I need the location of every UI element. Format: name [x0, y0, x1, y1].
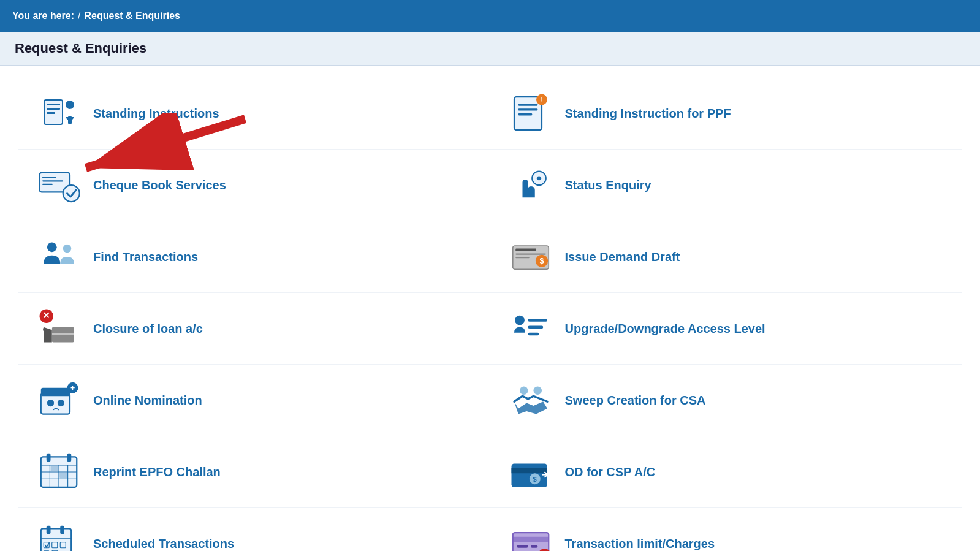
standing-instruction-ppf-icon: !	[509, 91, 553, 135]
standing-instruction-ppf-label: Standing Instruction for PPF	[565, 107, 731, 121]
svg-text:!: !	[541, 96, 543, 104]
breadcrumb-bar: You are here: / Request & Enquiries	[0, 0, 980, 32]
online-nomination-label: Online Nomination	[93, 393, 202, 408]
svg-point-43	[520, 387, 528, 395]
menu-item-status-enquiry[interactable]: Status Enquiry	[490, 150, 962, 221]
svg-rect-34	[528, 319, 547, 322]
svg-point-40	[58, 400, 64, 406]
svg-rect-54	[51, 466, 58, 471]
status-enquiry-icon	[509, 163, 553, 207]
sweep-creation-label: Sweep Creation for CSA	[565, 393, 706, 408]
svg-point-16	[63, 185, 80, 202]
svg-point-21	[47, 242, 57, 252]
find-transactions-label: Find Transactions	[93, 250, 198, 264]
svg-rect-7	[518, 104, 537, 105]
svg-point-44	[533, 387, 542, 395]
menu-grid: Standing Instructions ! Standing Instruc…	[18, 78, 962, 551]
od-csp-icon: $	[509, 450, 553, 494]
cheque-book-services-icon	[37, 163, 81, 207]
issue-demand-draft-label: Issue Demand Draft	[565, 250, 680, 264]
svg-rect-38	[41, 388, 70, 397]
standing-instructions-label: Standing Instructions	[93, 107, 219, 121]
status-enquiry-label: Status Enquiry	[565, 178, 651, 192]
svg-point-32	[515, 316, 525, 325]
breadcrumb-current: Request & Enquiries	[85, 10, 180, 21]
svg-text:$: $	[539, 257, 544, 265]
svg-rect-36	[528, 333, 539, 336]
svg-rect-37	[41, 393, 70, 414]
svg-point-20	[537, 176, 541, 180]
svg-rect-14	[42, 180, 63, 181]
menu-item-find-transactions[interactable]: Find Transactions	[18, 221, 490, 293]
svg-rect-53	[67, 454, 72, 462]
reprint-epfo-icon	[37, 450, 81, 494]
svg-rect-57	[511, 468, 547, 473]
svg-rect-62	[60, 526, 64, 534]
menu-item-scheduled-transactions[interactable]: Scheduled Transactions	[18, 508, 490, 551]
svg-point-39	[47, 400, 54, 406]
svg-rect-52	[47, 454, 51, 462]
menu-item-standing-instruction-ppf[interactable]: ! Standing Instruction for PPF	[490, 78, 962, 150]
menu-item-online-nomination[interactable]: + Online Nomination	[18, 365, 490, 436]
page-title: Request & Enquiries	[15, 40, 965, 56]
svg-point-22	[63, 245, 72, 253]
sweep-creation-icon	[509, 378, 553, 422]
svg-rect-61	[47, 526, 51, 534]
menu-item-od-csp[interactable]: $ OD for CSP A/C	[490, 436, 962, 508]
svg-rect-5	[68, 116, 72, 124]
svg-rect-72	[531, 545, 537, 548]
reprint-epfo-label: Reprint EPFO Challan	[93, 465, 221, 479]
page-header: Request & Enquiries	[0, 32, 980, 66]
menu-item-sweep-creation[interactable]: Sweep Creation for CSA	[490, 365, 962, 436]
issue-demand-draft-icon: $	[509, 235, 553, 279]
svg-rect-15	[42, 184, 53, 185]
svg-rect-9	[518, 113, 532, 115]
menu-item-closure-loan[interactable]: ✕ Closure of loan a/c	[18, 293, 490, 365]
svg-point-4	[66, 101, 74, 109]
svg-rect-66	[60, 542, 66, 548]
svg-text:✕: ✕	[42, 311, 50, 321]
svg-rect-25	[515, 253, 546, 254]
standing-instructions-icon	[37, 91, 81, 135]
svg-rect-70	[512, 537, 549, 542]
svg-rect-2	[47, 108, 60, 110]
svg-text:$: $	[533, 476, 537, 483]
svg-rect-31	[52, 327, 74, 343]
upgrade-downgrade-icon	[509, 306, 553, 351]
svg-rect-65	[52, 542, 58, 548]
svg-rect-24	[515, 249, 536, 252]
svg-rect-1	[47, 104, 60, 105]
menu-item-upgrade-downgrade[interactable]: Upgrade/Downgrade Access Level	[490, 293, 962, 365]
svg-rect-26	[515, 257, 530, 258]
svg-rect-71	[517, 545, 528, 548]
svg-rect-8	[518, 108, 537, 110]
transaction-limit-icon: ✕	[509, 522, 553, 551]
breadcrumb-separator: /	[78, 10, 80, 21]
upgrade-downgrade-label: Upgrade/Downgrade Access Level	[565, 322, 765, 336]
cheque-book-services-label: Cheque Book Services	[93, 178, 226, 192]
closure-loan-icon: ✕	[37, 306, 81, 351]
menu-item-cheque-book-services[interactable]: Cheque Book Services	[18, 150, 490, 221]
scheduled-transactions-label: Scheduled Transactions	[93, 537, 234, 551]
svg-rect-55	[59, 473, 67, 478]
breadcrumb-prefix: You are here:	[12, 10, 74, 21]
transaction-limit-label: Transaction limit/Charges	[565, 537, 715, 551]
menu-item-standing-instructions[interactable]: Standing Instructions	[18, 78, 490, 150]
find-transactions-icon	[37, 235, 81, 279]
menu-item-reprint-epfo[interactable]: Reprint EPFO Challan	[18, 436, 490, 508]
svg-rect-13	[42, 177, 56, 178]
svg-rect-3	[47, 112, 55, 114]
online-nomination-icon: +	[37, 378, 81, 422]
menu-item-issue-demand-draft[interactable]: $ Issue Demand Draft	[490, 221, 962, 293]
svg-text:+: +	[70, 384, 75, 392]
scheduled-transactions-icon	[37, 522, 81, 551]
menu-item-transaction-limit[interactable]: ✕ Transaction limit/Charges	[490, 508, 962, 551]
content-area: Standing Instructions ! Standing Instruc…	[0, 66, 980, 551]
svg-rect-35	[528, 326, 543, 329]
closure-loan-label: Closure of loan a/c	[93, 322, 203, 336]
od-csp-label: OD for CSP A/C	[565, 465, 656, 479]
